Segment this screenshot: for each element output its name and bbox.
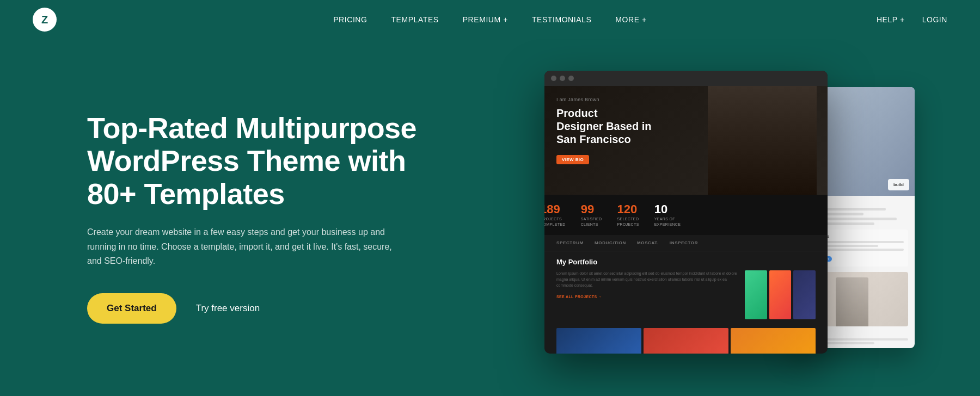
- bc-portfolio-section: My Portfolio Lorem ipsum dolor sit amet …: [544, 251, 828, 326]
- thumb-1: [556, 328, 641, 354]
- stat-item-1: 189 ProjectsCompleted: [544, 202, 566, 227]
- portfolio-item-1: [745, 270, 767, 319]
- hero-section: Top-Rated Multipurpose WordPress Theme w…: [0, 39, 980, 396]
- navbar: Z PRICING TEMPLATES PREMIUM + TESTIMONIA…: [0, 0, 980, 39]
- bc-headline: Product Designer Based in San Francisco: [556, 107, 652, 146]
- hero-mockup: I am James Brown Product Designer Based …: [544, 71, 915, 375]
- person-image: [708, 86, 817, 195]
- sw-person-bottom: [836, 277, 868, 326]
- browser-titlebar: [544, 71, 828, 86]
- hero-buttons: Get Started Try free version: [87, 293, 446, 324]
- bc-stats-bar: 189 ProjectsCompleted 99 SatisfiedClient…: [544, 195, 828, 235]
- nav-item-login[interactable]: LOGIN: [922, 15, 947, 24]
- bc-portfolio-grid: [745, 270, 816, 319]
- bc-logos: SPECTRUM mODUC/tion MOSCAT. Inspector: [556, 240, 816, 245]
- nav-item-help[interactable]: HELP +: [877, 15, 905, 24]
- nav-center: PRICING TEMPLATES PREMIUM + TESTIMONIALS…: [333, 15, 647, 24]
- portfolio-item-2: [769, 270, 792, 319]
- nav-item-testimonials[interactable]: TESTIMONIALS: [532, 15, 591, 24]
- bc-cta-button: VIEW BIO: [556, 155, 589, 164]
- brand-logo[interactable]: Z: [33, 8, 57, 32]
- browser-window-main: I am James Brown Product Designer Based …: [544, 71, 828, 354]
- hero-subtitle: Create your dream website in a few easy …: [87, 225, 403, 268]
- stat-item-2: 99 SatisfiedClients: [581, 202, 602, 227]
- bc-see-more: SEE ALL PROJECTS →: [556, 295, 737, 299]
- bc-thumbnail-row: [544, 328, 828, 354]
- stat-item-3: 120 SelectedProjects: [617, 202, 639, 227]
- stat-item-4: 10 Years ofExperience: [654, 202, 681, 227]
- thumb-2: [644, 328, 728, 354]
- try-free-button[interactable]: Try free version: [196, 303, 260, 314]
- portfolio-item-3: [793, 270, 816, 319]
- nav-item-pricing[interactable]: PRICING: [333, 15, 367, 24]
- nav-item-templates[interactable]: TEMPLATES: [391, 15, 438, 24]
- sw-top-overlay: build: [888, 179, 909, 190]
- hero-content: Top-Rated Multipurpose WordPress Theme w…: [87, 112, 446, 324]
- get-started-button[interactable]: Get Started: [87, 293, 176, 324]
- hero-title: Top-Rated Multipurpose WordPress Theme w…: [87, 112, 446, 210]
- bc-eyebrow: I am James Brown: [556, 97, 652, 102]
- sw-person-figure: [830, 109, 874, 196]
- nav-item-more[interactable]: MORE +: [615, 15, 646, 24]
- browser-dot-3: [568, 76, 574, 81]
- thumb-3: [731, 328, 816, 354]
- browser-dot-1: [551, 76, 556, 81]
- nav-right: HELP + LOGIN: [877, 15, 947, 24]
- nav-item-premium[interactable]: PREMIUM +: [463, 15, 508, 24]
- browser-dot-2: [560, 76, 565, 81]
